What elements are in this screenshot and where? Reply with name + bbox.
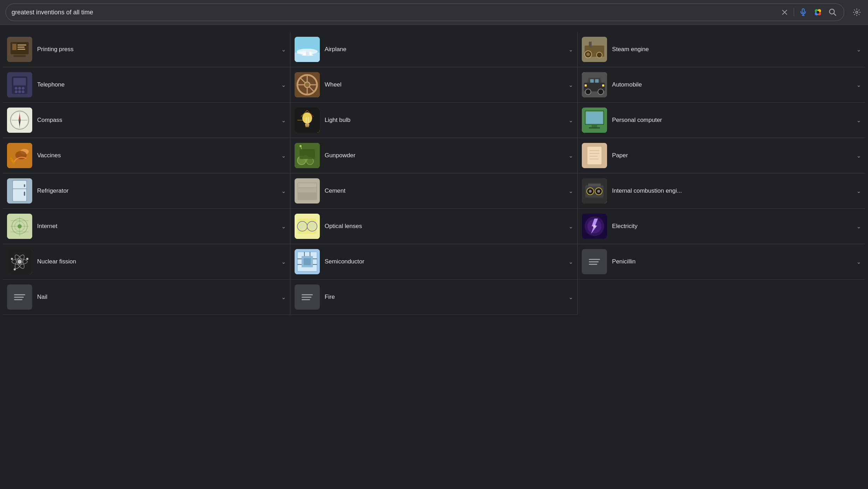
lens-icon bbox=[814, 8, 822, 16]
invention-name-penicillin: Penicillin bbox=[612, 258, 852, 265]
invention-item-cement[interactable]: Cement ⌄ bbox=[290, 173, 578, 209]
invention-thumb-nuclear-fission bbox=[7, 249, 32, 274]
invention-item-light-bulb[interactable]: Light bulb ⌄ bbox=[290, 103, 578, 138]
mic-icon bbox=[799, 8, 807, 16]
search-input[interactable] bbox=[12, 9, 776, 16]
invention-name-printing-press: Printing press bbox=[37, 46, 276, 53]
invention-item-paper[interactable]: Paper ⌄ bbox=[578, 138, 865, 173]
svg-rect-17 bbox=[13, 55, 26, 57]
invention-item-nuclear-fission[interactable]: Nuclear fission ⌄ bbox=[3, 244, 290, 280]
invention-thumb-fire bbox=[295, 284, 320, 310]
svg-rect-75 bbox=[592, 125, 597, 127]
svg-rect-54 bbox=[585, 84, 587, 87]
voice-search-button[interactable] bbox=[798, 7, 809, 18]
inventions-grid: Printing press ⌄ Airplane ⌄ Steam engine… bbox=[0, 32, 868, 315]
invention-item-internet[interactable]: Internet ⌄ bbox=[3, 209, 290, 244]
invention-item-wheel[interactable]: Wheel ⌄ bbox=[290, 67, 578, 103]
invention-name-paper: Paper bbox=[612, 152, 852, 159]
invention-thumb-nail bbox=[7, 284, 32, 310]
clear-button[interactable] bbox=[779, 7, 790, 18]
invention-name-optical-lenses: Optical lenses bbox=[325, 223, 564, 230]
search-input-wrap bbox=[6, 4, 844, 21]
svg-point-25 bbox=[586, 53, 590, 56]
invention-item-airplane[interactable]: Airplane ⌄ bbox=[290, 32, 578, 67]
invention-name-automobile: Automobile bbox=[612, 81, 852, 88]
chevron-down-icon-airplane: ⌄ bbox=[569, 46, 573, 53]
chevron-down-icon-vaccines: ⌄ bbox=[281, 152, 286, 159]
invention-item-penicillin[interactable]: Penicillin ⌄ bbox=[578, 244, 865, 280]
svg-rect-90 bbox=[587, 146, 602, 165]
chevron-down-icon-penicillin: ⌄ bbox=[856, 259, 861, 265]
invention-name-light-bulb: Light bulb bbox=[325, 117, 564, 124]
invention-item-compass[interactable]: Compass ⌄ bbox=[3, 103, 290, 138]
invention-item-personal-computer[interactable]: Personal computer ⌄ bbox=[578, 103, 865, 138]
invention-item-semiconductor[interactable]: Semiconductor ⌄ bbox=[290, 244, 578, 280]
svg-rect-76 bbox=[589, 127, 600, 129]
invention-thumb-internet bbox=[7, 214, 32, 239]
invention-item-refrigerator[interactable]: Refrigerator ⌄ bbox=[3, 173, 290, 209]
svg-rect-77 bbox=[586, 112, 603, 124]
invention-name-nuclear-fission: Nuclear fission bbox=[37, 258, 276, 265]
svg-rect-53 bbox=[602, 84, 604, 87]
invention-item-vaccines[interactable]: Vaccines ⌄ bbox=[3, 138, 290, 173]
lens-button[interactable] bbox=[812, 7, 824, 18]
invention-thumb-optical-lenses bbox=[295, 214, 320, 239]
chevron-down-icon-automobile: ⌄ bbox=[856, 82, 861, 88]
invention-item-gunpowder[interactable]: Gunpowder ⌄ bbox=[290, 138, 578, 173]
svg-point-139 bbox=[14, 268, 16, 270]
svg-point-124 bbox=[299, 223, 306, 230]
svg-point-125 bbox=[309, 223, 316, 230]
svg-rect-31 bbox=[13, 78, 26, 85]
invention-name-vaccines: Vaccines bbox=[37, 152, 276, 159]
chevron-down-icon-printing-press: ⌄ bbox=[281, 46, 286, 53]
chevron-down-icon-internet: ⌄ bbox=[281, 223, 286, 230]
chevron-down-icon-light-bulb: ⌄ bbox=[569, 117, 573, 124]
svg-rect-104 bbox=[298, 193, 316, 197]
settings-button[interactable] bbox=[851, 7, 862, 18]
invention-item-fire[interactable]: Fire ⌄ bbox=[290, 280, 578, 315]
invention-thumb-gunpowder bbox=[295, 143, 320, 168]
chevron-down-icon-gunpowder: ⌄ bbox=[569, 152, 573, 159]
svg-point-36 bbox=[18, 90, 21, 93]
svg-rect-51 bbox=[590, 79, 594, 83]
svg-rect-15 bbox=[18, 47, 25, 48]
invention-item-internal-combustion[interactable]: Internal combustion engi... ⌄ bbox=[578, 173, 865, 209]
invention-item-nail[interactable]: Nail ⌄ bbox=[3, 280, 290, 315]
invention-name-airplane: Airplane bbox=[325, 46, 564, 53]
svg-point-110 bbox=[597, 190, 600, 193]
svg-rect-96 bbox=[13, 180, 27, 201]
chevron-down-icon-cement: ⌄ bbox=[569, 188, 573, 194]
svg-rect-52 bbox=[595, 79, 599, 83]
invention-name-nail: Nail bbox=[37, 294, 276, 301]
svg-point-33 bbox=[18, 87, 21, 90]
invention-item-telephone[interactable]: Telephone ⌄ bbox=[3, 67, 290, 103]
svg-point-50 bbox=[598, 89, 604, 95]
chevron-down-icon-personal-computer: ⌄ bbox=[856, 117, 861, 124]
invention-thumb-vaccines bbox=[7, 143, 32, 168]
svg-point-10 bbox=[856, 11, 858, 13]
invention-thumb-electricity bbox=[582, 214, 607, 239]
svg-point-37 bbox=[22, 90, 25, 93]
invention-name-gunpowder: Gunpowder bbox=[325, 152, 564, 159]
invention-thumb-telephone bbox=[7, 72, 32, 97]
invention-thumb-printing-press bbox=[7, 37, 32, 62]
invention-name-personal-computer: Personal computer bbox=[612, 117, 852, 124]
clear-icon bbox=[780, 8, 789, 16]
svg-rect-0 bbox=[802, 9, 804, 13]
invention-item-steam-engine[interactable]: Steam engine ⌄ bbox=[578, 32, 865, 67]
search-button[interactable] bbox=[827, 7, 838, 18]
chevron-down-icon-fire: ⌄ bbox=[569, 294, 573, 301]
invention-item-automobile[interactable]: Automobile ⌄ bbox=[578, 67, 865, 103]
invention-item-optical-lenses[interactable]: Optical lenses ⌄ bbox=[290, 209, 578, 244]
svg-rect-103 bbox=[298, 188, 316, 192]
chevron-down-icon-electricity: ⌄ bbox=[856, 223, 861, 230]
svg-rect-143 bbox=[304, 258, 311, 265]
chevron-down-icon-semiconductor: ⌄ bbox=[569, 259, 573, 265]
chevron-down-icon-nail: ⌄ bbox=[281, 294, 286, 301]
invention-name-electricity: Electricity bbox=[612, 223, 852, 230]
invention-item-electricity[interactable]: Electricity ⌄ bbox=[578, 209, 865, 244]
invention-thumb-personal-computer bbox=[582, 108, 607, 133]
svg-point-26 bbox=[597, 52, 602, 58]
chevron-down-icon-wheel: ⌄ bbox=[569, 82, 573, 88]
invention-item-printing-press[interactable]: Printing press ⌄ bbox=[3, 32, 290, 67]
